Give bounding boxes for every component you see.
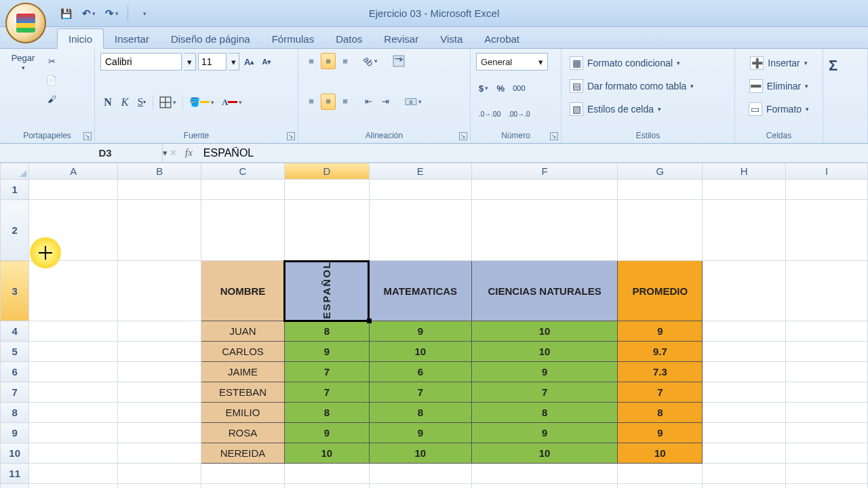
cell-E8[interactable]: 8: [369, 403, 471, 423]
cell-E11[interactable]: [369, 464, 471, 484]
cell-G12[interactable]: [618, 484, 703, 488]
cell-F4[interactable]: 10: [471, 321, 618, 342]
italic-button[interactable]: K: [117, 94, 132, 110]
cell-E6[interactable]: 6: [369, 362, 471, 382]
row-header-11[interactable]: 11: [1, 464, 29, 484]
cell-D2[interactable]: [284, 200, 369, 261]
fx-icon[interactable]: fx: [185, 147, 193, 159]
cell-A1[interactable]: [29, 180, 118, 200]
cell-I11[interactable]: [786, 464, 868, 484]
cell-A9[interactable]: [29, 423, 118, 443]
cell-C5[interactable]: CARLOS: [201, 342, 285, 362]
cell-B2[interactable]: [118, 200, 201, 261]
col-header-G[interactable]: G: [618, 163, 703, 180]
autosum-icon[interactable]: Σ: [829, 57, 837, 75]
cell-G2[interactable]: [618, 200, 703, 261]
increase-indent-button[interactable]: ⇥: [378, 94, 393, 110]
cell-F8[interactable]: 8: [471, 403, 618, 423]
font-color-button[interactable]: A: [219, 94, 245, 110]
row-header-12[interactable]: 12: [1, 484, 29, 488]
merge-center-button[interactable]: a: [402, 94, 425, 110]
format-painter-button[interactable]: [43, 91, 60, 107]
cell-C12[interactable]: [201, 484, 285, 488]
cell-C1[interactable]: [201, 180, 285, 200]
cell-G6[interactable]: 7.3: [618, 362, 703, 382]
cell-G4[interactable]: 9: [618, 321, 703, 342]
qat-customize[interactable]: [136, 6, 151, 21]
col-header-F[interactable]: F: [471, 163, 618, 180]
cell-D10[interactable]: 10: [284, 443, 369, 464]
fill-color-button[interactable]: 🪣: [186, 94, 217, 110]
cell-I6[interactable]: [786, 362, 868, 382]
tab-formulas[interactable]: Fórmulas: [261, 29, 326, 48]
cell-B10[interactable]: [118, 443, 201, 464]
cell-A4[interactable]: [29, 321, 118, 342]
row-header-6[interactable]: 6: [1, 362, 29, 382]
cell-I8[interactable]: [786, 403, 868, 423]
cell-F6[interactable]: 9: [471, 362, 618, 382]
cell-G9[interactable]: 9: [618, 423, 703, 443]
cell-C6[interactable]: JAIME: [201, 362, 285, 382]
cell-F7[interactable]: 7: [471, 382, 618, 403]
cell-F12[interactable]: [471, 484, 618, 488]
cell-B3[interactable]: [118, 261, 201, 321]
cell-A3[interactable]: [29, 261, 118, 321]
cell-D9[interactable]: 9: [284, 423, 369, 443]
col-header-C[interactable]: C: [201, 163, 285, 180]
cell-I4[interactable]: [786, 321, 868, 342]
cell-H2[interactable]: [703, 200, 786, 261]
cell-A10[interactable]: [29, 443, 118, 464]
cell-H9[interactable]: [703, 423, 786, 443]
cell-I7[interactable]: [786, 382, 868, 403]
align-top-button[interactable]: ≡: [304, 53, 319, 69]
row-header-10[interactable]: 10: [1, 443, 29, 464]
decrease-indent-button[interactable]: ⇤: [361, 94, 376, 110]
tab-datos[interactable]: Datos: [325, 29, 373, 48]
cell-C4[interactable]: JUAN: [201, 321, 285, 342]
cell-F1[interactable]: [471, 180, 618, 200]
increase-decimal-button[interactable]: .0→.00: [476, 106, 503, 123]
cell-E5[interactable]: 10: [369, 342, 471, 362]
cell-G3[interactable]: PROMEDIO: [618, 261, 703, 321]
cell-B7[interactable]: [118, 382, 201, 403]
cell-D5[interactable]: 9: [284, 342, 369, 362]
col-header-A[interactable]: A: [29, 163, 118, 180]
row-header-3[interactable]: 3: [1, 261, 29, 321]
font-size-dropdown[interactable]: ▾: [229, 53, 239, 70]
font-dialog-launcher[interactable]: ↘: [287, 132, 295, 140]
cell-B9[interactable]: [118, 423, 201, 443]
col-header-E[interactable]: E: [369, 163, 471, 180]
cell-D11[interactable]: [284, 464, 369, 484]
borders-button[interactable]: [157, 94, 179, 110]
paste-button[interactable]: Pegar ▾: [5, 53, 41, 69]
thousands-button[interactable]: 000: [510, 80, 528, 96]
wrap-text-button[interactable]: [390, 53, 408, 69]
cell-I1[interactable]: [786, 180, 868, 200]
cell-I12[interactable]: [786, 484, 868, 488]
name-box-input[interactable]: [47, 146, 163, 161]
cell-D1[interactable]: [284, 180, 369, 200]
cell-G8[interactable]: 8: [618, 403, 703, 423]
decrease-decimal-button[interactable]: .00→.0: [505, 106, 532, 123]
undo-button[interactable]: [81, 6, 96, 21]
col-header-I[interactable]: I: [786, 163, 868, 180]
cell-A6[interactable]: [29, 362, 118, 382]
tab-diseno[interactable]: Diseño de página: [160, 29, 261, 48]
cell-C10[interactable]: NEREIDA: [201, 443, 285, 464]
cell-D8[interactable]: 8: [284, 403, 369, 423]
number-dialog-launcher[interactable]: ↘: [550, 132, 558, 140]
cell-B12[interactable]: [118, 484, 201, 488]
row-header-9[interactable]: 9: [1, 423, 29, 443]
tab-inicio[interactable]: Inicio: [57, 28, 104, 49]
office-button[interactable]: [5, 3, 46, 43]
row-header-8[interactable]: 8: [1, 403, 29, 423]
delete-cells-button[interactable]: ➖Eliminar▾: [741, 76, 817, 96]
align-left-button[interactable]: ≡: [304, 94, 319, 110]
cell-A12[interactable]: [29, 484, 118, 488]
cell-F5[interactable]: 10: [471, 342, 618, 362]
insert-cells-button[interactable]: ➕Insertar▾: [741, 53, 817, 73]
cell-F10[interactable]: 10: [471, 443, 618, 464]
cell-G11[interactable]: [618, 464, 703, 484]
cell-E12[interactable]: [369, 484, 471, 488]
grow-font-button[interactable]: A▴: [241, 54, 257, 70]
